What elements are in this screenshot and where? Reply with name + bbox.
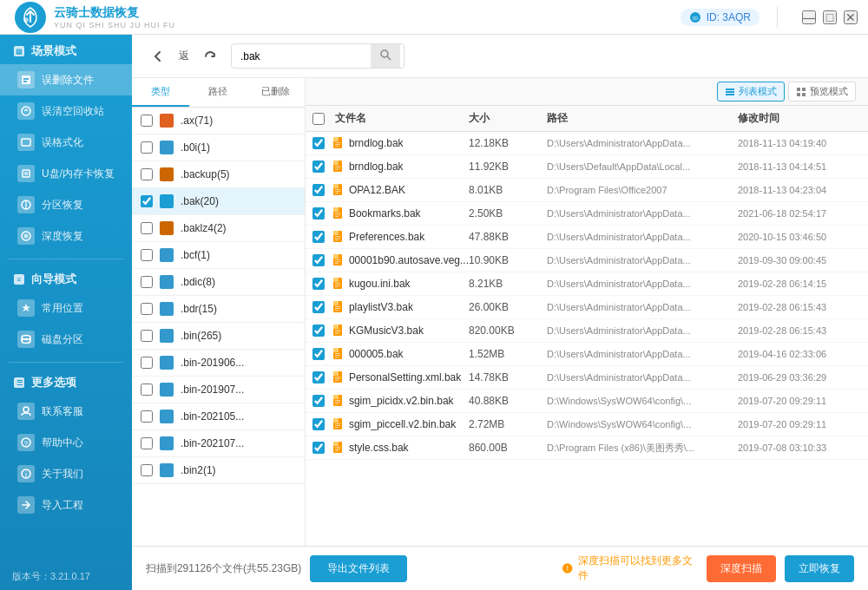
file-checkbox[interactable]	[312, 254, 325, 266]
type-checkbox[interactable]	[141, 141, 153, 154]
sidebar-item-format[interactable]: 误格式化	[0, 127, 132, 158]
table-row[interactable]: Bookmarks.bak 2.50KB D:\Users\Administra…	[306, 202, 868, 226]
sidebar-divider-2	[9, 362, 123, 363]
sidebar-item-disk[interactable]: 磁盘分区	[0, 324, 132, 355]
file-checkbox[interactable]	[312, 395, 325, 407]
table-row[interactable]: OPA12.BAK 8.01KB D:\Program Files\Office…	[306, 179, 868, 202]
maximize-button[interactable]: □	[823, 10, 837, 24]
table-row[interactable]: sgim_picidx.v2.bin.bak 40.88KB D:\Window…	[306, 390, 868, 413]
file-icon	[332, 136, 345, 150]
type-checkbox[interactable]	[141, 357, 153, 369]
type-checkbox[interactable]	[141, 249, 153, 261]
type-color-dot	[160, 383, 174, 397]
type-item[interactable]: .bin2(1)	[132, 457, 305, 484]
type-item[interactable]: .ax(71)	[132, 108, 305, 134]
file-checkbox[interactable]	[312, 231, 325, 243]
type-checkbox[interactable]	[141, 437, 153, 449]
tab-path[interactable]: 路径	[189, 78, 247, 107]
refresh-button[interactable]	[198, 44, 222, 69]
file-checkbox[interactable]	[312, 348, 325, 360]
sidebar-item-common[interactable]: 常用位置	[0, 292, 132, 324]
type-checkbox[interactable]	[141, 168, 153, 180]
sidebar-item-misdelete[interactable]: 误删除文件	[0, 64, 132, 95]
sidebar-item-usb[interactable]: U盘/内存卡恢复	[0, 158, 132, 189]
svg-rect-35	[797, 88, 800, 91]
recover-button[interactable]: 立即恢复	[785, 555, 854, 582]
type-checkbox[interactable]	[141, 115, 153, 127]
select-all-checkbox[interactable]	[312, 113, 325, 125]
search-input[interactable]	[232, 46, 371, 67]
file-path: D:\Program Files\Office2007	[547, 185, 738, 195]
type-checkbox[interactable]	[141, 464, 153, 476]
file-checkbox[interactable]	[312, 207, 325, 220]
file-checkbox[interactable]	[312, 278, 325, 290]
back-button[interactable]	[146, 44, 170, 69]
table-row[interactable]: brndlog.bak 12.18KB D:\Users\Administrat…	[306, 132, 868, 155]
file-checkbox[interactable]	[312, 418, 325, 430]
type-checkbox[interactable]	[141, 384, 153, 396]
type-checkbox[interactable]	[141, 410, 153, 423]
table-row[interactable]: 00001b90.autosave.veg... 10.90KB D:\User…	[306, 249, 868, 272]
warning-icon: !	[562, 562, 573, 574]
table-row[interactable]: PersonalSetting.xml.bak 14.78KB D:\Users…	[306, 366, 868, 390]
table-row[interactable]: brndlog.bak 11.92KB D:\Users\Default\App…	[306, 155, 868, 179]
deep-icon	[17, 227, 35, 245]
sidebar-item-deep[interactable]: 深度恢复	[0, 220, 132, 252]
search-button[interactable]	[371, 44, 400, 68]
sidebar-item-import[interactable]: 导入工程	[0, 489, 132, 521]
file-checkbox[interactable]	[312, 324, 325, 337]
type-checkbox[interactable]	[141, 222, 153, 234]
type-item[interactable]: .bin-202105...	[132, 403, 305, 430]
table-row[interactable]: 000005.bak 1.52MB D:\Users\Administrator…	[306, 343, 868, 366]
file-name: brndlog.bak	[332, 136, 469, 150]
type-item[interactable]: .bin(265)	[132, 323, 305, 350]
type-item[interactable]: .bin-201906...	[132, 350, 305, 377]
svg-rect-101	[335, 423, 340, 424]
file-icon	[332, 277, 345, 291]
tab-deleted[interactable]: 已删除	[247, 78, 305, 107]
header-size: 大小	[469, 111, 547, 126]
sidebar-item-about[interactable]: i 关于我们	[0, 458, 132, 489]
minimize-button[interactable]: —	[802, 10, 816, 24]
file-time: 2018-11-13 04:14:51	[738, 161, 868, 172]
file-checkbox[interactable]	[312, 161, 325, 173]
file-checkbox[interactable]	[312, 371, 325, 384]
sidebar-item-partition[interactable]: 分区恢复	[0, 189, 132, 220]
table-row[interactable]: Preferences.bak 47.88KB D:\Users\Adminis…	[306, 226, 868, 249]
table-row[interactable]: playlistV3.bak 26.00KB D:\Users\Administ…	[306, 296, 868, 319]
file-checkbox[interactable]	[312, 301, 325, 313]
type-item[interactable]: .backup(5)	[132, 161, 305, 188]
type-checkbox[interactable]	[141, 303, 153, 315]
preview-mode-button[interactable]: 预览模式	[788, 82, 856, 102]
type-item[interactable]: .bak(20)	[132, 188, 305, 215]
tab-type[interactable]: 类型	[132, 78, 189, 107]
svg-rect-103	[335, 427, 339, 428]
type-item[interactable]: .baklz4(2)	[132, 215, 305, 242]
table-row[interactable]: sgim_piccell.v2.bin.bak 2.72MB D:\Window…	[306, 413, 868, 436]
close-button[interactable]: ✕	[844, 10, 858, 24]
table-row[interactable]: KGMusicV3.bak 820.00KB D:\Users\Administ…	[306, 319, 868, 343]
type-checkbox[interactable]	[141, 195, 153, 207]
export-button[interactable]: 导出文件列表	[310, 555, 407, 582]
list-mode-button[interactable]: 列表模式	[717, 82, 785, 102]
deep-scan-button[interactable]: 深度扫描	[707, 555, 776, 582]
type-item[interactable]: .bcf(1)	[132, 242, 305, 269]
sidebar-item-recycle[interactable]: 误清空回收站	[0, 95, 132, 127]
svg-rect-80	[333, 324, 339, 329]
file-checkbox[interactable]	[312, 184, 325, 196]
type-item[interactable]: .bin-201907...	[132, 377, 305, 403]
type-item[interactable]: .bin-202107...	[132, 430, 305, 457]
file-checkbox[interactable]	[312, 442, 325, 454]
sidebar-item-contact[interactable]: 联系客服	[0, 396, 132, 427]
type-checkbox[interactable]	[141, 276, 153, 288]
file-checkbox[interactable]	[312, 137, 325, 149]
type-item[interactable]: .b0i(1)	[132, 134, 305, 161]
file-path: D:\Program Files (x86)\美图秀秀\...	[547, 442, 738, 455]
type-checkbox[interactable]	[141, 330, 153, 342]
table-row[interactable]: style.css.bak 860.00B D:\Program Files (…	[306, 436, 868, 460]
sidebar-item-help[interactable]: ? 帮助中心	[0, 427, 132, 458]
table-row[interactable]: kugou.ini.bak 8.21KB D:\Users\Administra…	[306, 272, 868, 296]
type-item[interactable]: .bdr(15)	[132, 296, 305, 323]
type-item[interactable]: .bdic(8)	[132, 269, 305, 296]
preview-mode-label: 预览模式	[810, 85, 848, 98]
